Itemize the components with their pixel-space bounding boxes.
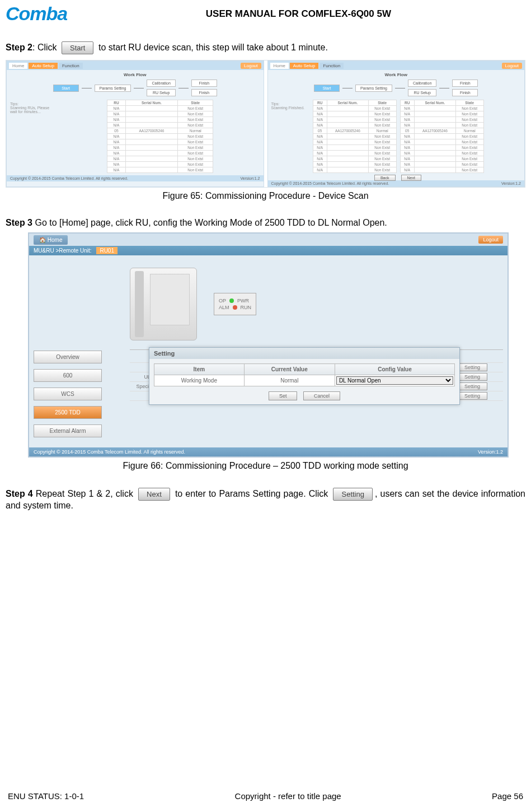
led-panel: OPPWR ALMRUN [214,293,256,315]
workflow-title: Work Flow [7,70,264,80]
dialog-title: Setting [149,348,459,359]
sidebar-tab-wcs[interactable]: WCS [34,388,102,400]
setting-button-img: Setting [333,488,372,501]
wf-start[interactable]: Start [314,85,340,92]
breadcrumb-strip: MU&RU >Remote Unit: RU01 [29,246,507,255]
tips-right: Scanning Finished. [271,106,309,110]
step3-label: Step 3 [6,218,32,227]
home-button[interactable]: 🏠 Home [34,235,68,245]
wf-ru-setup[interactable]: RU Setup [408,89,436,96]
device-image [130,268,197,340]
ru-table-right-b: RUSerial Num.StateN/ANon ExistN/ANon Exi… [400,100,484,173]
footer-copyright: Copyright - refer to title page [235,791,341,801]
set-button[interactable]: Set [269,391,298,400]
fig66-version: Version:1.2 [478,449,503,455]
brand-logo: Comba [6,3,67,25]
doc-title: USER MANUAL FOR COMFLEX-6Q00 5W [206,8,391,20]
figure-65: Home Auto Setup Function Logout Work Flo… [6,60,525,188]
wf-finish-a[interactable]: Finish [452,80,478,87]
ru-table-left: RUSerial Num.StateN/ANon ExistN/ANon Exi… [107,100,213,173]
sidebar-tab-600[interactable]: 600 [34,369,102,382]
step4-text: Step 4 Repeat Step 1 & 2, click Next to … [6,488,525,511]
logout-button[interactable]: Logout [502,63,522,69]
sidebar-tab-2500-tdd[interactable]: 2500 TDD [34,406,102,419]
wf-finish-a[interactable]: Finish [191,80,217,87]
page-footer: ENU STATUS: 1-0-1 Copyright - refer to t… [0,791,531,801]
tips-label: Tips: [271,102,309,106]
version-left: Version:1.2 [240,176,260,180]
back-button[interactable]: Back [374,175,396,181]
ru-table-right-a: RUSerial Num.StateN/ANon ExistN/ANon Exi… [313,100,397,173]
ru01-tab[interactable]: RU01 [96,247,118,254]
nav-function[interactable]: Function [59,63,83,69]
dlg-current: Normal [244,375,335,386]
th-item: Item [154,364,245,375]
cancel-button[interactable]: Cancel [303,391,340,400]
wf-calibration[interactable]: Calibration [147,80,175,87]
copyright-right: Copyright © 2014-2015 Comba Telecom Limi… [271,181,389,185]
figure-66: 🏠 Home Logout MU&RU >Remote Unit: RU01 O… [28,232,509,458]
footer-status: ENU STATUS: 1-0-1 [8,791,84,801]
wf-params[interactable]: Params Setting [355,85,392,92]
nav-auto-setup[interactable]: Auto Setup [29,63,58,69]
wf-ru-setup[interactable]: RU Setup [147,89,175,96]
nav-auto-setup[interactable]: Auto Setup [290,63,319,69]
wf-start[interactable]: Start [53,85,79,92]
th-current: Current Value [244,364,335,375]
next-button-img: Next [138,488,170,501]
step4-label: Step 4 [6,489,33,498]
copyright-left: Copyright © 2014-2015 Comba Telecom Limi… [10,176,128,180]
start-button-img: Start [62,41,93,54]
wf-finish-b[interactable]: Finish [191,89,217,96]
step3-text: Step 3 Go to [Home] page, click RU, conf… [6,218,525,228]
tips-left: Scanning RUs, Please wait for minutes... [10,106,54,114]
next-button[interactable]: Next [401,175,421,181]
step2-text: Step 2: Click Start to start RU device s… [6,41,525,54]
logout-button[interactable]: Logout [241,63,261,69]
fig66-copyright: Copyright © 2014-2015 Comba Telecom Limi… [34,449,185,455]
wf-calibration[interactable]: Calibration [408,80,436,87]
config-select[interactable]: DL Normal Open [336,376,453,385]
nav-home[interactable]: Home [270,63,289,69]
footer-page: Page 56 [492,791,523,801]
step2-label: Step 2 [6,43,32,52]
setting-button[interactable]: Setting [457,382,487,390]
setting-button[interactable]: Setting [457,373,487,381]
workflow-title: Work Flow [268,70,525,80]
setting-button[interactable]: Setting [457,392,487,400]
th-config: Config Value [335,364,454,375]
nav-function[interactable]: Function [319,63,344,69]
logout-button[interactable]: Logout [478,236,503,244]
nav-home[interactable]: Home [9,63,27,69]
tips-label: Tips: [10,102,54,106]
dlg-item: Working Mode [154,375,245,386]
setting-dialog: Setting Item Current Value Config Value … [149,347,460,405]
sidebar-tab-external-alarm[interactable]: External Alarm [34,424,102,437]
fig66-caption: Figure 66: Commissioning Procedure – 250… [6,461,525,471]
version-right: Version:1.2 [501,181,521,185]
setting-button[interactable]: Setting [457,363,487,371]
sidebar-tab-overview[interactable]: Overview [34,351,102,363]
wf-finish-b[interactable]: Finish [452,89,478,96]
fig65-caption: Figure 65: Commissioning Procedure - Dev… [6,191,525,201]
wf-params[interactable]: Params Setting [95,85,131,92]
